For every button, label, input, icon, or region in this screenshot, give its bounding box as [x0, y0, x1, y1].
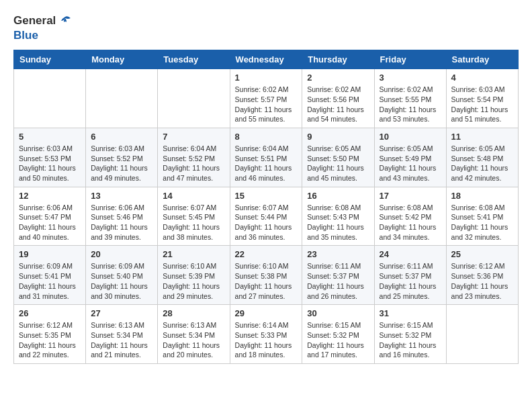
day-of-week-header: Tuesday — [158, 50, 230, 69]
calendar-cell: 12Sunrise: 6:06 AMSunset: 5:47 PMDayligh… — [14, 187, 86, 246]
calendar-cell: 28Sunrise: 6:13 AMSunset: 5:34 PMDayligh… — [158, 305, 230, 364]
day-info: Sunset: 5:33 PM — [235, 330, 298, 340]
day-info: Sunset: 5:53 PM — [19, 154, 81, 164]
day-info: Sunrise: 6:13 AM — [163, 320, 224, 330]
day-number: 23 — [307, 249, 369, 259]
day-number: 28 — [163, 308, 224, 318]
day-number: 1 — [235, 73, 298, 83]
day-number: 20 — [91, 249, 152, 259]
day-info: Sunset: 5:41 PM — [451, 212, 513, 222]
day-info: Sunset: 5:43 PM — [307, 212, 369, 222]
day-info: Daylight: 11 hours and 36 minutes. — [235, 222, 298, 242]
day-info: Daylight: 11 hours and 17 minutes. — [307, 340, 369, 360]
day-number: 29 — [235, 308, 298, 318]
day-info: Sunrise: 6:03 AM — [91, 144, 152, 154]
day-info: Sunset: 5:52 PM — [91, 154, 152, 164]
day-number: 8 — [235, 132, 298, 142]
day-info: Sunrise: 6:03 AM — [19, 144, 81, 154]
day-info: Sunset: 5:40 PM — [91, 271, 152, 281]
logo-bird-icon — [58, 15, 72, 26]
calendar-week-row: 26Sunrise: 6:12 AMSunset: 5:35 PMDayligh… — [14, 305, 519, 364]
calendar-cell: 6Sunrise: 6:03 AMSunset: 5:52 PMDaylight… — [86, 128, 158, 187]
calendar-table: SundayMondayTuesdayWednesdayThursdayFrid… — [13, 50, 519, 364]
day-number: 13 — [91, 191, 152, 201]
calendar-cell: 10Sunrise: 6:05 AMSunset: 5:49 PMDayligh… — [374, 128, 446, 187]
calendar-cell: 4Sunrise: 6:03 AMSunset: 5:54 PMDaylight… — [446, 69, 518, 128]
day-number: 24 — [380, 249, 441, 259]
day-number: 30 — [307, 308, 369, 318]
day-number: 15 — [235, 191, 298, 201]
day-number: 18 — [451, 191, 513, 201]
day-of-week-header: Friday — [374, 50, 446, 69]
day-info: Sunset: 5:36 PM — [451, 271, 513, 281]
day-info: Sunset: 5:38 PM — [235, 271, 298, 281]
day-info: Sunset: 5:34 PM — [163, 330, 224, 340]
day-number: 31 — [380, 308, 441, 318]
day-info: Daylight: 11 hours and 47 minutes. — [163, 163, 224, 183]
day-info: Sunset: 5:51 PM — [235, 154, 298, 164]
logo-blue: Blue — [13, 28, 72, 43]
day-info: Daylight: 11 hours and 51 minutes. — [451, 105, 513, 124]
day-number: 22 — [235, 249, 298, 259]
calendar-cell: 25Sunrise: 6:12 AMSunset: 5:36 PMDayligh… — [446, 246, 518, 305]
day-info: Sunrise: 6:07 AM — [163, 203, 224, 213]
calendar-cell: 20Sunrise: 6:09 AMSunset: 5:40 PMDayligh… — [86, 246, 158, 305]
logo-container: General Blue — [13, 13, 72, 43]
day-info: Sunrise: 6:12 AM — [19, 320, 81, 330]
day-info: Daylight: 11 hours and 26 minutes. — [307, 281, 369, 301]
day-info: Sunrise: 6:09 AM — [91, 261, 152, 271]
day-info: Sunrise: 6:10 AM — [235, 261, 298, 271]
day-info: Sunset: 5:39 PM — [163, 271, 224, 281]
calendar-cell: 8Sunrise: 6:04 AMSunset: 5:51 PMDaylight… — [230, 128, 302, 187]
day-info: Daylight: 11 hours and 43 minutes. — [380, 163, 441, 183]
day-number: 25 — [451, 249, 513, 259]
calendar-cell: 19Sunrise: 6:09 AMSunset: 5:41 PMDayligh… — [14, 246, 86, 305]
calendar-cell: 9Sunrise: 6:05 AMSunset: 5:50 PMDaylight… — [302, 128, 374, 187]
logo: General Blue — [13, 13, 72, 43]
calendar-cell: 21Sunrise: 6:10 AMSunset: 5:39 PMDayligh… — [158, 246, 230, 305]
day-of-week-header: Monday — [86, 50, 158, 69]
day-info: Daylight: 11 hours and 39 minutes. — [91, 222, 152, 242]
calendar-cell: 5Sunrise: 6:03 AMSunset: 5:53 PMDaylight… — [14, 128, 86, 187]
day-info: Sunrise: 6:05 AM — [380, 144, 441, 154]
day-info: Sunset: 5:37 PM — [307, 271, 369, 281]
day-number: 21 — [163, 249, 224, 259]
day-info: Sunset: 5:34 PM — [91, 330, 152, 340]
day-number: 4 — [451, 73, 513, 83]
calendar-cell: 3Sunrise: 6:02 AMSunset: 5:55 PMDaylight… — [374, 69, 446, 128]
logo-general: General — [13, 13, 56, 28]
calendar-cell: 29Sunrise: 6:14 AMSunset: 5:33 PMDayligh… — [230, 305, 302, 364]
day-info: Sunset: 5:48 PM — [451, 154, 513, 164]
day-info: Sunrise: 6:10 AM — [163, 261, 224, 271]
day-info: Sunrise: 6:02 AM — [235, 85, 298, 95]
day-info: Sunrise: 6:06 AM — [19, 203, 81, 213]
page-header: General Blue — [13, 13, 519, 43]
day-info: Daylight: 11 hours and 34 minutes. — [380, 222, 441, 242]
day-info: Sunset: 5:44 PM — [235, 212, 298, 222]
day-info: Daylight: 11 hours and 31 minutes. — [19, 281, 81, 301]
day-info: Daylight: 11 hours and 32 minutes. — [451, 222, 513, 242]
day-info: Daylight: 11 hours and 16 minutes. — [380, 340, 441, 360]
day-info: Sunset: 5:45 PM — [163, 212, 224, 222]
day-info: Sunrise: 6:07 AM — [235, 203, 298, 213]
day-info: Daylight: 11 hours and 40 minutes. — [19, 222, 81, 242]
calendar-cell: 2Sunrise: 6:02 AMSunset: 5:56 PMDaylight… — [302, 69, 374, 128]
calendar-cell: 31Sunrise: 6:15 AMSunset: 5:32 PMDayligh… — [374, 305, 446, 364]
calendar-week-row: 12Sunrise: 6:06 AMSunset: 5:47 PMDayligh… — [14, 187, 519, 246]
day-info: Daylight: 11 hours and 18 minutes. — [235, 340, 298, 360]
day-number: 14 — [163, 191, 224, 201]
day-info: Sunrise: 6:09 AM — [19, 261, 81, 271]
day-info: Sunrise: 6:05 AM — [451, 144, 513, 154]
day-number: 26 — [19, 308, 81, 318]
day-number: 11 — [451, 132, 513, 142]
day-info: Sunset: 5:52 PM — [163, 154, 224, 164]
day-info: Sunset: 5:37 PM — [380, 271, 441, 281]
day-info: Daylight: 11 hours and 21 minutes. — [91, 340, 152, 360]
calendar-cell — [446, 305, 518, 364]
day-info: Sunrise: 6:08 AM — [307, 203, 369, 213]
day-info: Daylight: 11 hours and 49 minutes. — [91, 163, 152, 183]
calendar-cell: 18Sunrise: 6:08 AMSunset: 5:41 PMDayligh… — [446, 187, 518, 246]
day-info: Sunset: 5:50 PM — [307, 154, 369, 164]
day-info: Daylight: 11 hours and 23 minutes. — [451, 281, 513, 301]
day-number: 6 — [91, 132, 152, 142]
